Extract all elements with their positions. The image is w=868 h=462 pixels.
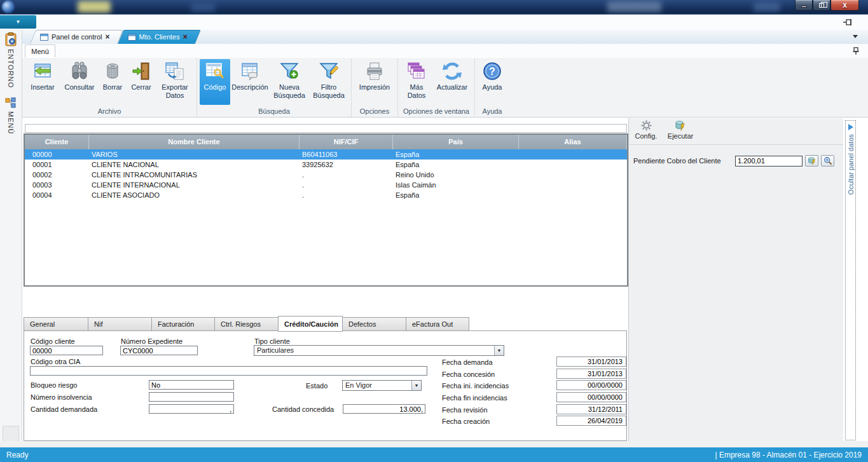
fecha-demanda-input[interactable] bbox=[556, 357, 626, 367]
filtro-busqueda-button[interactable]: Filtro Búsqueda bbox=[309, 59, 348, 105]
tab-nif[interactable]: Nif bbox=[88, 317, 151, 331]
fecha-revision-input[interactable] bbox=[556, 404, 626, 414]
cantidad-concedida-input[interactable] bbox=[343, 404, 425, 414]
button-label: Más Datos bbox=[401, 83, 432, 100]
quick-access-dropdown-button[interactable]: ▼ bbox=[0, 15, 36, 29]
nueva-busqueda-button[interactable]: Nueva Búsqueda bbox=[270, 59, 309, 105]
trash-icon bbox=[102, 61, 123, 81]
tipo-cliente-select[interactable]: Particulares ▼ bbox=[254, 345, 504, 356]
cell-cliente: 00001 bbox=[25, 160, 89, 170]
button-label: Actualizar bbox=[437, 83, 467, 92]
sidebar-item-label: ENTORNO bbox=[7, 49, 15, 88]
mas-datos-button[interactable]: Más Datos bbox=[401, 59, 432, 105]
button-label: Impresión bbox=[359, 83, 390, 92]
ribbon-group-label: Búsqueda bbox=[200, 107, 348, 117]
numero-expediente-input[interactable] bbox=[120, 346, 198, 355]
codigo-cliente-label: Código cliente bbox=[31, 337, 75, 345]
tab-panel-de-control[interactable]: Panel de control × bbox=[30, 30, 118, 44]
pin-icon[interactable] bbox=[843, 18, 853, 26]
column-header-alias[interactable]: Alias bbox=[519, 135, 627, 149]
run-query-button[interactable] bbox=[805, 155, 818, 166]
cerrar-button[interactable]: Cerrar bbox=[127, 59, 156, 105]
window-icon bbox=[128, 34, 136, 41]
cell-alias bbox=[519, 149, 627, 160]
close-icon: x bbox=[843, 1, 847, 10]
grid-header: Cliente Nombre Cliente NIF/CIF País Alia… bbox=[25, 135, 627, 149]
codigo-otra-cia-input[interactable] bbox=[30, 366, 427, 376]
insertar-button[interactable]: Insertar bbox=[25, 59, 60, 105]
column-header-pais[interactable]: País bbox=[393, 135, 519, 149]
cell-cliente: 00000 bbox=[25, 149, 89, 160]
close-button[interactable]: x bbox=[830, 0, 859, 11]
pendiente-cobro-input[interactable] bbox=[735, 156, 803, 166]
select-value: En Vigor bbox=[343, 381, 411, 390]
descripcion-button[interactable]: Descripción bbox=[230, 59, 270, 105]
bloqueo-riesgo-input[interactable] bbox=[149, 380, 234, 390]
grid-row[interactable]: 00000 VARIOS B60411063 España bbox=[25, 149, 627, 160]
sidebar-bottom-box bbox=[3, 426, 19, 442]
grid-row[interactable]: 00003 CLIENTE INTERNACIONAL . Islas Caim… bbox=[25, 180, 627, 190]
ribbon-group-ayuda: ? Ayuda Ayuda bbox=[475, 58, 509, 117]
funnel-add-icon bbox=[279, 61, 300, 81]
sidebar-item-menu[interactable]: MENÚ bbox=[0, 95, 22, 134]
chevron-down-icon: ▼ bbox=[494, 346, 504, 355]
zoom-detail-button[interactable] bbox=[821, 155, 834, 166]
tab-close-icon[interactable]: × bbox=[183, 34, 188, 40]
ribbon-group-opciones: Impresión Opciones bbox=[352, 58, 398, 117]
exportar-datos-button[interactable]: Exportar Datos bbox=[156, 59, 194, 105]
column-header-cliente[interactable]: Cliente bbox=[25, 135, 89, 149]
cell-nombre: CLIENTE INTERNACIONAL bbox=[89, 180, 300, 190]
actualizar-button[interactable]: Actualizar bbox=[432, 59, 472, 105]
numero-insolvencia-input[interactable] bbox=[149, 392, 234, 402]
cell-alias bbox=[519, 180, 627, 190]
button-label: Exportar Datos bbox=[156, 83, 194, 100]
cantidad-demandada-input[interactable] bbox=[149, 404, 234, 414]
bloqueo-riesgo-label: Bloqueo riesgo bbox=[31, 381, 77, 389]
grid-row[interactable]: 00002 CLIENTE INTRACOMUNITARIAS . Reino … bbox=[25, 170, 627, 180]
borrar-button[interactable]: Borrar bbox=[99, 59, 127, 105]
tab-label: Defectos bbox=[348, 320, 376, 328]
sidebar-item-entorno[interactable]: ENTORNO bbox=[0, 30, 22, 88]
column-header-nombre-cliente[interactable]: Nombre Cliente bbox=[89, 135, 300, 149]
codigo-cliente-input[interactable] bbox=[30, 346, 103, 355]
panel-collapse-strip[interactable]: Ocultar panel datos bbox=[844, 119, 857, 442]
tab-list-chevron-icon[interactable] bbox=[853, 35, 858, 38]
estado-select[interactable]: En Vigor ▼ bbox=[342, 380, 422, 391]
restore-button[interactable] bbox=[813, 0, 830, 11]
column-header-nif-cif[interactable]: NIF/CIF bbox=[300, 135, 393, 149]
ayuda-button[interactable]: ? Ayuda bbox=[478, 59, 507, 105]
ejecutar-button[interactable]: Ejecutar bbox=[665, 120, 696, 140]
tab-efactura-out[interactable]: eFactura Out bbox=[406, 317, 469, 331]
sidebar-item-label: MENÚ bbox=[7, 111, 15, 134]
tab-credito-caucion[interactable]: Crédito/Caución bbox=[278, 316, 343, 332]
codigo-button[interactable]: Código bbox=[200, 59, 230, 105]
select-value: Particulares bbox=[254, 346, 494, 355]
button-label: Descripción bbox=[231, 83, 268, 92]
tab-ctrl-riesgos[interactable]: Ctrl. Riesgos bbox=[214, 317, 278, 331]
status-context: | Empresa 98 - Almacén 01 - Ejercicio 20… bbox=[715, 451, 862, 459]
tab-defectos[interactable]: Defectos bbox=[343, 317, 406, 331]
grid-row[interactable]: 00004 CLIENTE ASOCIADO . España bbox=[25, 190, 627, 200]
grid-row[interactable]: 00001 CLIENTE NACIONAL 33925632 España bbox=[25, 160, 627, 170]
fecha-fin-incidencias-input[interactable] bbox=[556, 392, 626, 402]
ribbon-tab-menu[interactable]: Menú bbox=[25, 44, 55, 58]
consultar-button[interactable]: Consultar bbox=[60, 59, 99, 105]
tab-close-icon[interactable]: × bbox=[106, 34, 110, 40]
fecha-creacion-input[interactable] bbox=[556, 416, 626, 426]
cell-nif: 33925632 bbox=[300, 160, 393, 170]
chevron-down-icon: ▼ bbox=[411, 381, 421, 390]
tab-facturacion[interactable]: Facturación bbox=[151, 317, 214, 331]
grid-filter-input[interactable] bbox=[25, 124, 627, 133]
cell-nombre: CLIENTE ASOCIADO bbox=[89, 190, 300, 200]
fecha-concesion-input[interactable] bbox=[556, 369, 626, 379]
data-panel: Config. Ejecutar Pendiente Cobro del Cli… bbox=[628, 118, 843, 442]
minimize-button[interactable] bbox=[795, 0, 813, 11]
fecha-ini-incidencias-input[interactable] bbox=[556, 380, 626, 390]
cell-nombre: CLIENTE NACIONAL bbox=[89, 160, 300, 170]
config-button[interactable]: Config. bbox=[630, 120, 662, 140]
ribbon-pin-icon[interactable] bbox=[851, 46, 860, 55]
tab-mto-clientes[interactable]: Mto. Clientes × bbox=[118, 30, 195, 44]
impresion-button[interactable]: Impresión bbox=[354, 59, 395, 105]
cantidad-concedida-label: Cantidad concedida bbox=[272, 405, 334, 413]
tab-general[interactable]: General bbox=[24, 317, 88, 331]
